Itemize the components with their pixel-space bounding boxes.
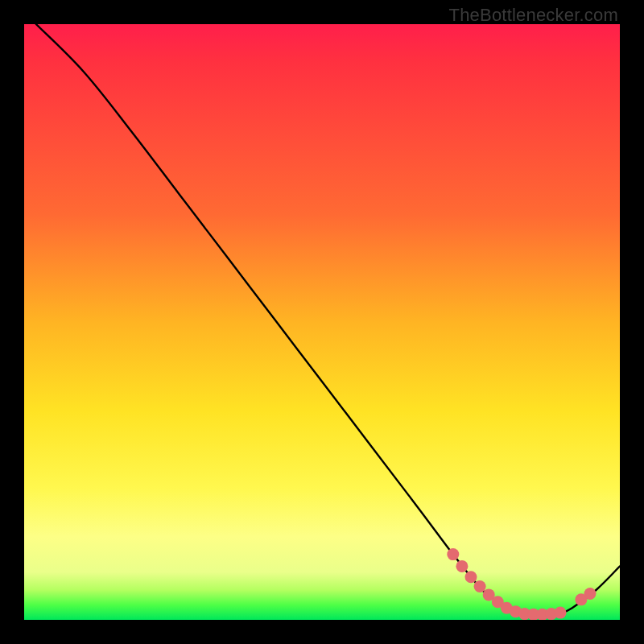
chart-marker — [584, 588, 597, 600]
chart-container: TheBottlenecker.com — [0, 0, 644, 644]
chart-marker — [555, 607, 567, 619]
chart-marker — [447, 548, 459, 560]
chart-curve — [36, 24, 620, 614]
chart-plot-area — [24, 24, 620, 620]
chart-marker — [456, 560, 468, 572]
chart-marker — [465, 571, 477, 583]
chart-marker — [474, 580, 486, 592]
watermark-text: TheBottlenecker.com — [449, 5, 618, 26]
chart-svg — [24, 24, 620, 620]
chart-markers — [447, 548, 596, 620]
